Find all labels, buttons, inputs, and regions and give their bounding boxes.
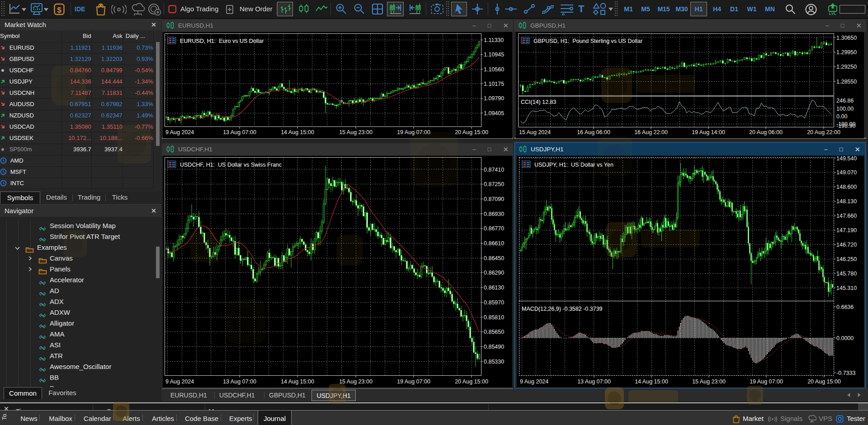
svg-text:LVL: LVL <box>829 11 837 16</box>
svg-text:$: $ <box>57 6 61 14</box>
